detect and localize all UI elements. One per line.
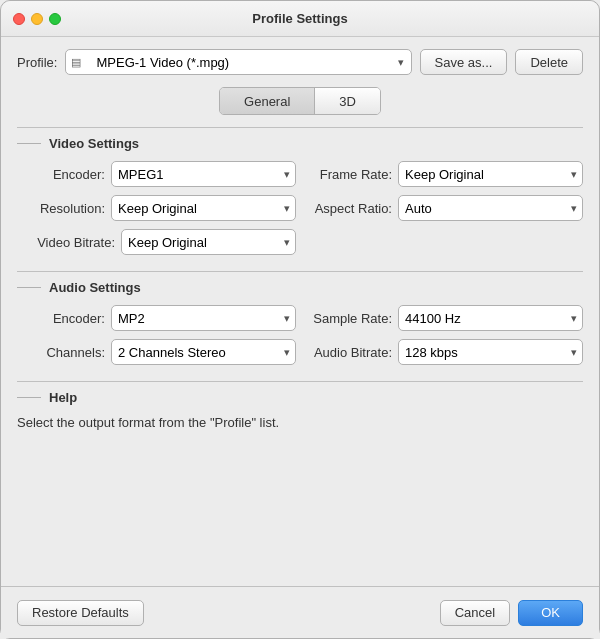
- cancel-button[interactable]: Cancel: [440, 600, 510, 626]
- frame-rate-select[interactable]: Keep Original 23.976 24 25 29.97 30 50 6…: [398, 161, 583, 187]
- frame-rate-row: Frame Rate: Keep Original 23.976 24 25 2…: [312, 161, 583, 187]
- audio-settings-section: Audio Settings Encoder: MP2 MP3 AAC AC3: [17, 271, 583, 365]
- sample-rate-select[interactable]: 44100 Hz 22050 Hz 48000 Hz 96000 Hz: [398, 305, 583, 331]
- profile-select[interactable]: MPEG-1 Video (*.mpg) MPEG-2 Video (*.mpg…: [65, 49, 411, 75]
- video-form-grid: Encoder: MPEG1 MPEG2 H.264 H.265 Frame R…: [17, 161, 583, 255]
- help-header: Help: [17, 390, 583, 405]
- video-settings-section: Video Settings Encoder: MPEG1 MPEG2 H.26…: [17, 127, 583, 255]
- audio-divider: [17, 271, 583, 272]
- help-divider: [17, 381, 583, 382]
- audio-bitrate-row: Audio Bitrate: 128 kbps 64 kbps 192 kbps…: [312, 339, 583, 365]
- scroll-area: Video Settings Encoder: MPEG1 MPEG2 H.26…: [17, 127, 583, 586]
- audio-bitrate-select[interactable]: 128 kbps 64 kbps 192 kbps 256 kbps 320 k…: [398, 339, 583, 365]
- resolution-select-wrapper: Keep Original 320x240 640x480 1280x720 1…: [111, 195, 296, 221]
- encoder-select[interactable]: MPEG1 MPEG2 H.264 H.265: [111, 161, 296, 187]
- audio-bitrate-label: Audio Bitrate:: [312, 345, 392, 360]
- channels-select-wrapper: 2 Channels Stereo 1 Channel Mono 6 Chann…: [111, 339, 296, 365]
- titlebar: Profile Settings: [1, 1, 599, 37]
- restore-defaults-button[interactable]: Restore Defaults: [17, 600, 144, 626]
- save-as-button[interactable]: Save as...: [420, 49, 508, 75]
- profile-select-container: ▤ MPEG-1 Video (*.mpg) MPEG-2 Video (*.m…: [65, 49, 411, 75]
- channels-row: Channels: 2 Channels Stereo 1 Channel Mo…: [25, 339, 296, 365]
- aspect-ratio-label: Aspect Ratio:: [312, 201, 392, 216]
- minimize-button[interactable]: [31, 13, 43, 25]
- aspect-ratio-select-wrapper: Auto 4:3 16:9: [398, 195, 583, 221]
- tab-general[interactable]: General: [220, 88, 315, 114]
- aspect-ratio-row: Aspect Ratio: Auto 4:3 16:9: [312, 195, 583, 221]
- main-content: Profile: ▤ MPEG-1 Video (*.mpg) MPEG-2 V…: [1, 37, 599, 586]
- bottom-bar: Restore Defaults Cancel OK: [1, 586, 599, 638]
- maximize-button[interactable]: [49, 13, 61, 25]
- audio-form-grid: Encoder: MP2 MP3 AAC AC3 Sample Rate:: [17, 305, 583, 365]
- audio-settings-header: Audio Settings: [17, 280, 583, 295]
- bottom-right: Cancel OK: [440, 600, 583, 626]
- audio-bitrate-select-wrapper: 128 kbps 64 kbps 192 kbps 256 kbps 320 k…: [398, 339, 583, 365]
- encoder-label: Encoder:: [25, 167, 105, 182]
- audio-encoder-select-wrapper: MP2 MP3 AAC AC3: [111, 305, 296, 331]
- profile-row: Profile: ▤ MPEG-1 Video (*.mpg) MPEG-2 V…: [17, 49, 583, 75]
- resolution-select[interactable]: Keep Original 320x240 640x480 1280x720 1…: [111, 195, 296, 221]
- audio-encoder-label: Encoder:: [25, 311, 105, 326]
- traffic-lights: [13, 13, 61, 25]
- resolution-label: Resolution:: [25, 201, 105, 216]
- tab-3d[interactable]: 3D: [315, 88, 380, 114]
- tab-group: General 3D: [219, 87, 381, 115]
- sample-rate-select-wrapper: 44100 Hz 22050 Hz 48000 Hz 96000 Hz: [398, 305, 583, 331]
- video-settings-header: Video Settings: [17, 136, 583, 151]
- video-bitrate-label: Video Bitrate:: [25, 235, 115, 250]
- channels-select[interactable]: 2 Channels Stereo 1 Channel Mono 6 Chann…: [111, 339, 296, 365]
- close-button[interactable]: [13, 13, 25, 25]
- help-section: Help Select the output format from the "…: [17, 381, 583, 430]
- encoder-row: Encoder: MPEG1 MPEG2 H.264 H.265: [25, 161, 296, 187]
- aspect-ratio-select[interactable]: Auto 4:3 16:9: [398, 195, 583, 221]
- video-bitrate-row: Video Bitrate: Keep Original 500 kbps 10…: [25, 229, 296, 255]
- help-text: Select the output format from the "Profi…: [17, 415, 583, 430]
- window-title: Profile Settings: [252, 11, 347, 26]
- frame-rate-label: Frame Rate:: [312, 167, 392, 182]
- video-bitrate-select-wrapper: Keep Original 500 kbps 1000 kbps 2000 kb…: [121, 229, 296, 255]
- audio-encoder-row: Encoder: MP2 MP3 AAC AC3: [25, 305, 296, 331]
- ok-button[interactable]: OK: [518, 600, 583, 626]
- encoder-select-wrapper: MPEG1 MPEG2 H.264 H.265: [111, 161, 296, 187]
- video-divider: [17, 127, 583, 128]
- video-bitrate-select[interactable]: Keep Original 500 kbps 1000 kbps 2000 kb…: [121, 229, 296, 255]
- audio-encoder-select[interactable]: MP2 MP3 AAC AC3: [111, 305, 296, 331]
- sample-rate-label: Sample Rate:: [312, 311, 392, 326]
- delete-button[interactable]: Delete: [515, 49, 583, 75]
- sample-rate-row: Sample Rate: 44100 Hz 22050 Hz 48000 Hz …: [312, 305, 583, 331]
- resolution-row: Resolution: Keep Original 320x240 640x48…: [25, 195, 296, 221]
- channels-label: Channels:: [25, 345, 105, 360]
- profile-label: Profile:: [17, 55, 57, 70]
- window: Profile Settings Profile: ▤ MPEG-1 Video…: [0, 0, 600, 639]
- tabs: General 3D: [17, 87, 583, 115]
- frame-rate-select-wrapper: Keep Original 23.976 24 25 29.97 30 50 6…: [398, 161, 583, 187]
